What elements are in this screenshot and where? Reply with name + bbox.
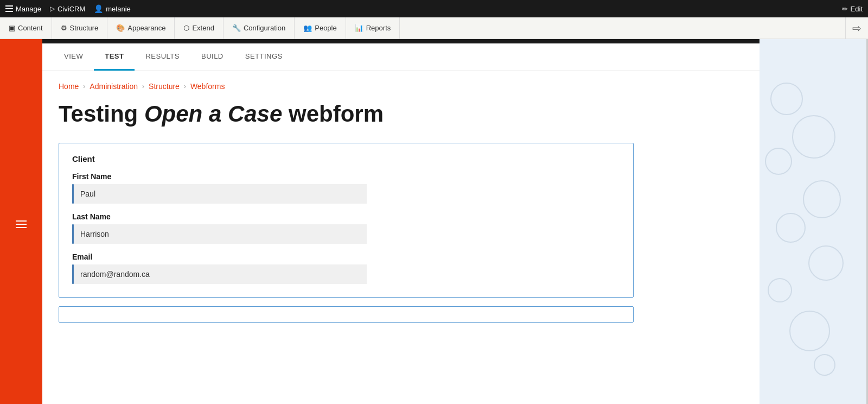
breadcrumb-home[interactable]: Home [59,82,79,91]
breadcrumb-administration[interactable]: Administration [90,82,138,91]
email-wrapper [72,264,620,284]
main-layout: VIEW TEST RESULTS BUILD SETTINGS Home › … [0,39,868,404]
nav-content-label: Content [18,24,43,32]
nav-item-appearance[interactable]: 🎨 Appearance [107,17,175,39]
configuration-icon: 🔧 [232,24,241,32]
manage-menu-button[interactable]: Manage [5,5,41,13]
breadcrumb-sep-1: › [83,83,85,90]
breadcrumb: Home › Administration › Structure › Webf… [59,82,743,91]
content-icon: ▣ [9,24,15,32]
first-name-wrapper [72,184,620,204]
nav-structure-label: Structure [70,24,99,32]
nav-extend-label: Extend [192,24,214,32]
breadcrumb-structure[interactable]: Structure [149,82,180,91]
breadcrumb-webforms[interactable]: Webforms [190,82,225,91]
sidebar-hamburger-icon [16,220,27,228]
hamburger-icon [5,5,13,12]
edit-button[interactable]: ✏ Edit [842,5,863,13]
second-form-card [59,306,634,323]
first-name-label: First Name [72,172,620,181]
civicrm-button[interactable]: ▷ CiviCRM [50,5,85,13]
content-area: VIEW TEST RESULTS BUILD SETTINGS Home › … [42,39,760,404]
last-name-wrapper [72,224,620,244]
deco-circle-8 [789,311,830,351]
first-name-input[interactable] [74,184,367,204]
user-label: melanie [106,5,131,13]
civicrm-icon: ▷ [50,5,55,12]
email-label: Email [72,252,620,261]
breadcrumb-sep-2: › [142,83,144,90]
last-name-input[interactable] [74,224,367,244]
tab-test[interactable]: TEST [94,43,135,71]
content-top-bar [42,39,760,43]
nav-item-extend[interactable]: ⬡ Extend [175,17,223,39]
page-title-prefix: Testing [59,101,144,127]
deco-circle-3 [765,148,792,175]
people-icon: 👥 [303,24,312,32]
page-title-suffix: webform [282,101,384,127]
deco-circle-7 [768,278,792,302]
nav-reports-label: Reports [366,24,391,32]
form-card: Client First Name Last Name Email [59,143,634,298]
tab-build[interactable]: BUILD [190,43,234,71]
appearance-icon: 🎨 [116,24,125,32]
nav-item-people[interactable]: 👥 People [295,17,346,39]
tab-settings[interactable]: SETTINGS [234,43,293,71]
tab-view[interactable]: VIEW [53,43,94,71]
drupal-nav: ▣ Content ⚙ Structure 🎨 Appearance ⬡ Ext… [0,17,868,39]
left-sidebar [0,39,42,404]
deco-circle-6 [808,245,844,281]
email-input[interactable] [74,264,367,284]
breadcrumb-sep-3: › [184,83,186,90]
user-menu-button[interactable]: 👤 melanie [94,4,131,13]
form-section-title: Client [72,154,620,163]
deco-circle-1 [770,83,803,115]
nav-appearance-label: Appearance [127,24,165,32]
nav-people-label: People [315,24,336,32]
reports-icon: 📊 [355,24,363,32]
nav-right-arrow: ⇨ [845,17,868,39]
sidebar-toggle-button[interactable] [0,45,42,404]
extend-icon: ⬡ [183,24,189,32]
webform-tabs: VIEW TEST RESULTS BUILD SETTINGS [42,43,760,71]
page-content: Home › Administration › Structure › Webf… [42,71,760,333]
right-decorative [760,39,868,404]
manage-label: Manage [16,5,41,13]
pencil-icon: ✏ [842,5,848,13]
last-name-label: Last Name [72,212,620,221]
user-icon: 👤 [94,4,103,13]
nav-configuration-label: Configuration [244,24,285,32]
nav-item-reports[interactable]: 📊 Reports [346,17,400,39]
edit-label: Edit [851,5,863,13]
deco-circle-2 [792,115,835,159]
deco-circle-4 [803,180,841,218]
deco-circle-5 [776,213,806,243]
structure-icon: ⚙ [61,24,67,32]
admin-bar: Manage ▷ CiviCRM 👤 melanie ✏ Edit [0,0,868,17]
nav-item-configuration[interactable]: 🔧 Configuration [224,17,295,39]
page-title: Testing Open a Case webform [59,102,743,127]
civicrm-label: CiviCRM [58,5,85,13]
page-title-italic: Open a Case [144,101,282,127]
nav-item-content[interactable]: ▣ Content [0,17,52,39]
tab-results[interactable]: RESULTS [135,43,190,71]
nav-item-structure[interactable]: ⚙ Structure [52,17,108,39]
deco-circle-9 [814,354,835,376]
